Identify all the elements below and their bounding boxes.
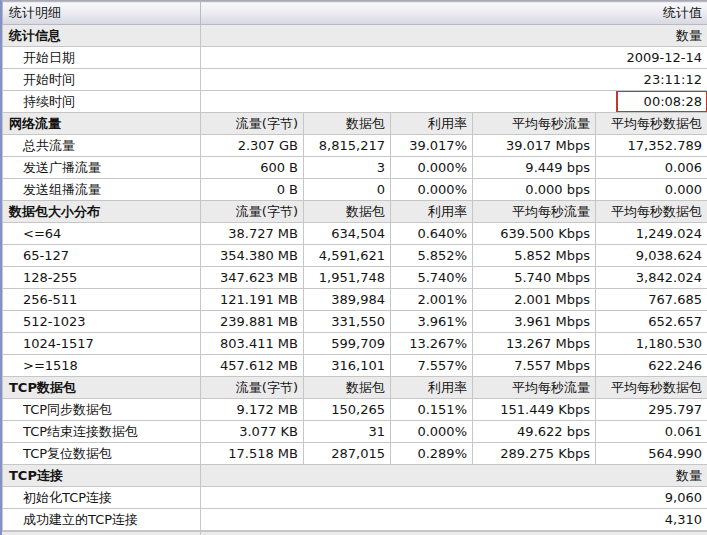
cell-value: 17.518 MB (201, 443, 304, 465)
duration-highlight-box (616, 91, 707, 113)
cell-value: 00:08:28 (201, 91, 707, 113)
data-row: <=6438.727 MB634,5040.640%639.500 Kbps1,… (3, 223, 707, 245)
cell-value: 0.000% (391, 157, 473, 179)
cell-value: 9,038.624 (596, 245, 707, 267)
column-header: 数量 (201, 465, 707, 487)
cell-value: 767.685 (596, 289, 707, 311)
data-row: 开始时间23:11:12 (3, 69, 707, 91)
cell-value: 652.657 (596, 311, 707, 333)
cell-value: 1,951,748 (304, 267, 391, 289)
cell-value: 38.727 MB (201, 223, 304, 245)
row-label: 总共流量 (3, 135, 201, 157)
cell-value: 7.557% (391, 355, 473, 377)
cell-value: 8,815,217 (304, 135, 391, 157)
data-row: 128-255347.623 MB1,951,7485.740%5.740 Mb… (3, 267, 707, 289)
column-header: 平均每秒流量 (473, 377, 596, 399)
cell-value: 2.307 GB (201, 135, 304, 157)
row-label: TCP结束连接数据包 (3, 421, 201, 443)
column-header: 平均每秒数据包 (596, 113, 707, 135)
row-label: 开始日期 (3, 47, 201, 69)
cell-value: 0 B (201, 179, 304, 201)
column-header: 平均每秒流量 (473, 113, 596, 135)
cell-value: 121.191 MB (201, 289, 304, 311)
column-header: 平均每秒流量 (473, 201, 596, 223)
cell-value: 316,101 (304, 355, 391, 377)
column-header: 数据包 (304, 201, 391, 223)
cell-value: 295.797 (596, 399, 707, 421)
data-row: >=1518457.612 MB316,1017.557%7.557 Mbps6… (3, 355, 707, 377)
cell-value: 3.961% (391, 311, 473, 333)
cell-value: 0.000% (391, 421, 473, 443)
cell-value: 9,060 (201, 487, 707, 509)
section-header-row: 统计信息数量 (3, 25, 707, 47)
cell-value: 239.881 MB (201, 311, 304, 333)
cell-value: 5.852% (391, 245, 473, 267)
cell-value: 2.001 Mbps (473, 289, 596, 311)
cell-value: 331,550 (304, 311, 391, 333)
cell-value: 0.000% (391, 179, 473, 201)
cell-value: 0.289% (391, 443, 473, 465)
cell-value: 0.151% (391, 399, 473, 421)
cell-value: 3 (304, 157, 391, 179)
column-header: 数据包 (304, 377, 391, 399)
cell-value: 5.740% (391, 267, 473, 289)
column-header: 利用率 (391, 377, 473, 399)
clipped-next-section-row (2, 531, 707, 535)
row-label: 发送广播流量 (3, 157, 201, 179)
cell-value: 634,504 (304, 223, 391, 245)
section-header-row: 数据包大小分布流量(字节)数据包利用率平均每秒流量平均每秒数据包 (3, 201, 707, 223)
data-row: 总共流量2.307 GB8,815,21739.017%39.017 Mbps1… (3, 135, 707, 157)
cell-value: 600 B (201, 157, 304, 179)
cell-value: 0.006 (596, 157, 707, 179)
section-title: 网络流量 (3, 113, 201, 135)
column-header: 流量(字节) (201, 113, 304, 135)
data-row: TCP同步数据包9.172 MB150,2650.151%151.449 Kbp… (3, 399, 707, 421)
cell-value: 389,984 (304, 289, 391, 311)
cell-value: 4,310 (201, 509, 707, 531)
section-title: 统计信息 (3, 25, 201, 47)
row-label: <=64 (3, 223, 201, 245)
data-row: TCP结束连接数据包3.077 KB310.000%49.622 bps0.06… (3, 421, 707, 443)
row-label: 256-511 (3, 289, 201, 311)
data-row: 成功建立的TCP连接4,310 (3, 509, 707, 531)
cell-value: 3.961 Mbps (473, 311, 596, 333)
row-label: 开始时间 (3, 69, 201, 91)
cell-value: 1,249.024 (596, 223, 707, 245)
column-header: 数量 (201, 25, 707, 47)
cell-value: 0.000 (596, 179, 707, 201)
cell-value: 3,842.024 (596, 267, 707, 289)
section-header-row: TCP数据包流量(字节)数据包利用率平均每秒流量平均每秒数据包 (3, 377, 707, 399)
row-label: >=1518 (3, 355, 201, 377)
cell-value: 2009-12-14 (201, 47, 707, 69)
cell-value: 9.449 bps (473, 157, 596, 179)
cell-value: 457.612 MB (201, 355, 304, 377)
cell-value: 803.411 MB (201, 333, 304, 355)
section-title: 数据包大小分布 (3, 201, 201, 223)
column-header: 利用率 (391, 201, 473, 223)
row-label: 成功建立的TCP连接 (3, 509, 201, 531)
statistics-report-panel: 统计明细统计值统计信息数量开始日期2009-12-14开始时间23:11:12持… (0, 0, 707, 535)
data-row: 发送广播流量600 B30.000%9.449 bps0.006 (3, 157, 707, 179)
row-label: TCP同步数据包 (3, 399, 201, 421)
row-label: 发送组播流量 (3, 179, 201, 201)
cell-value: 599,709 (304, 333, 391, 355)
data-row: 开始日期2009-12-14 (3, 47, 707, 69)
cell-value: 0 (304, 179, 391, 201)
data-row: 1024-1517803.411 MB599,70913.267%13.267 … (3, 333, 707, 355)
section-title: TCP数据包 (3, 377, 201, 399)
cell-value: 151.449 Kbps (473, 399, 596, 421)
data-row: 65-127354.380 MB4,591,6215.852%5.852 Mbp… (3, 245, 707, 267)
column-header: 数据包 (304, 113, 391, 135)
row-label: 512-1023 (3, 311, 201, 333)
cell-value: 289.275 Kbps (473, 443, 596, 465)
cell-value: 39.017 Mbps (473, 135, 596, 157)
table-header-row: 统计明细统计值 (3, 2, 707, 25)
cell-value: 0.640% (391, 223, 473, 245)
cell-value: 639.500 Kbps (473, 223, 596, 245)
cell-value: 23:11:12 (201, 69, 707, 91)
row-label: 持续时间 (3, 91, 201, 113)
cell-value: 5.740 Mbps (473, 267, 596, 289)
column-header: 平均每秒数据包 (596, 377, 707, 399)
column-header: 平均每秒数据包 (596, 201, 707, 223)
row-label: 128-255 (3, 267, 201, 289)
